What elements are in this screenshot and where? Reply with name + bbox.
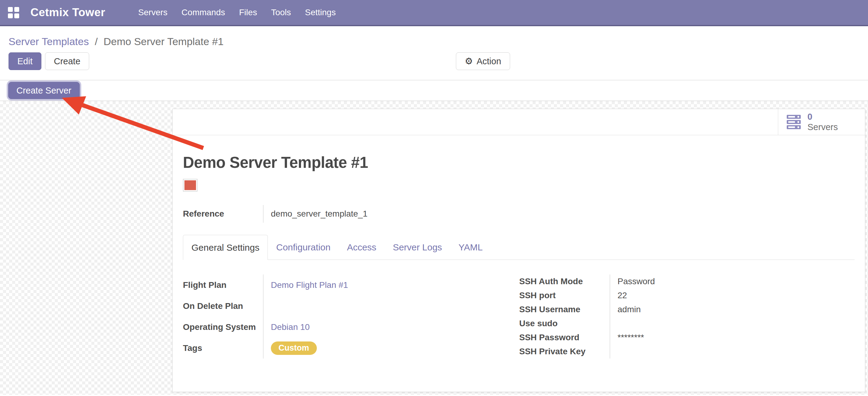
color-swatch-fill [184, 180, 196, 190]
operating-system-link[interactable]: Debian 10 [271, 322, 310, 332]
field-value-operating-system: Debian 10 [263, 316, 519, 338]
form-sheet: 0 Servers Demo Server Template #1 Refere… [172, 109, 865, 392]
flight-plan-link[interactable]: Demo Flight Plan #1 [271, 280, 348, 290]
field-label-on-delete-plan: On Delete Plan [183, 295, 263, 316]
action-button-label: Action [476, 56, 501, 66]
field-groups: Flight Plan Demo Flight Plan #1 On Delet… [183, 275, 855, 359]
server-stack-icon [787, 115, 802, 130]
field-label-reference: Reference [183, 205, 263, 223]
servers-stat-button[interactable]: 0 Servers [778, 109, 865, 135]
app-brand[interactable]: Cetmix Tower [30, 6, 105, 19]
gear-icon: ⚙ [465, 57, 473, 66]
breadcrumb-separator: / [95, 36, 97, 47]
color-picker-swatch[interactable] [183, 179, 197, 192]
main-menu: Servers Commands Files Tools Settings [138, 8, 336, 17]
apps-menu-square [8, 13, 13, 18]
sheet-body: Demo Server Template #1 Reference demo_s… [173, 153, 865, 359]
field-label-flight-plan: Flight Plan [183, 275, 263, 295]
field-value-ssh-port: 22 [610, 288, 855, 303]
right-field-group: SSH Auth Mode Password SSH port 22 SSH U… [519, 275, 855, 359]
apps-menu-icon[interactable] [8, 7, 19, 18]
create-button[interactable]: Create [45, 52, 89, 70]
field-label-ssh-auth-mode: SSH Auth Mode [519, 275, 610, 288]
control-panel: Server Templates / Demo Server Template … [0, 26, 868, 80]
field-label-ssh-port: SSH port [519, 288, 610, 303]
menu-item-servers[interactable]: Servers [138, 8, 167, 17]
field-label-ssh-private-key: SSH Private Key [519, 344, 610, 359]
field-value-tags: Custom [263, 338, 519, 359]
field-value-flight-plan: Demo Flight Plan #1 [263, 275, 519, 295]
record-title: Demo Server Template #1 [183, 153, 855, 171]
apps-menu-square [14, 7, 19, 12]
field-value-reference: demo_server_template_1 [263, 205, 457, 223]
apps-menu-square [8, 7, 13, 12]
action-button[interactable]: ⚙ Action [456, 52, 510, 70]
menu-item-settings[interactable]: Settings [305, 8, 336, 17]
field-label-use-sudo: Use sudo [519, 316, 610, 331]
menu-item-commands[interactable]: Commands [181, 8, 225, 17]
top-navbar: Cetmix Tower Servers Commands Files Tool… [0, 0, 868, 26]
breadcrumb: Server Templates / Demo Server Template … [8, 35, 868, 48]
field-label-tags: Tags [183, 338, 263, 359]
tab-configuration[interactable]: Configuration [268, 235, 338, 259]
edit-button[interactable]: Edit [8, 52, 41, 70]
stat-text: 0 Servers [807, 112, 838, 132]
menu-item-tools[interactable]: Tools [271, 8, 291, 17]
tab-general-settings[interactable]: General Settings [183, 235, 268, 260]
notebook-tabs: General Settings Configuration Access Se… [183, 235, 855, 260]
field-value-on-delete-plan [263, 295, 519, 316]
reference-field-group: Reference demo_server_template_1 [183, 205, 457, 223]
apps-menu-square [14, 13, 19, 18]
field-value-ssh-password: ******** [610, 331, 855, 344]
tag-badge-custom[interactable]: Custom [271, 341, 317, 355]
field-value-use-sudo [610, 316, 855, 331]
field-value-ssh-private-key [610, 344, 855, 359]
field-label-operating-system: Operating System [183, 316, 263, 338]
field-value-ssh-auth-mode: Password [610, 275, 855, 288]
breadcrumb-current: Demo Server Template #1 [103, 36, 223, 47]
stat-label: Servers [807, 122, 838, 132]
field-label-ssh-username: SSH Username [519, 303, 610, 316]
statusbar: Create Server [0, 80, 868, 101]
field-value-ssh-username: admin [610, 303, 855, 316]
content-area: 0 Servers Demo Server Template #1 Refere… [0, 101, 868, 395]
create-server-button[interactable]: Create Server [8, 82, 80, 99]
tab-yaml[interactable]: YAML [450, 235, 491, 259]
tab-server-logs[interactable]: Server Logs [385, 235, 451, 259]
control-panel-buttons: Edit Create ⚙ Action [8, 52, 868, 70]
tab-access[interactable]: Access [339, 235, 385, 259]
left-field-group: Flight Plan Demo Flight Plan #1 On Delet… [183, 275, 519, 359]
field-label-ssh-password: SSH Password [519, 331, 610, 344]
breadcrumb-parent-link[interactable]: Server Templates [8, 36, 89, 47]
stat-count: 0 [807, 112, 838, 122]
stat-button-row: 0 Servers [173, 109, 865, 135]
menu-item-files[interactable]: Files [239, 8, 257, 17]
